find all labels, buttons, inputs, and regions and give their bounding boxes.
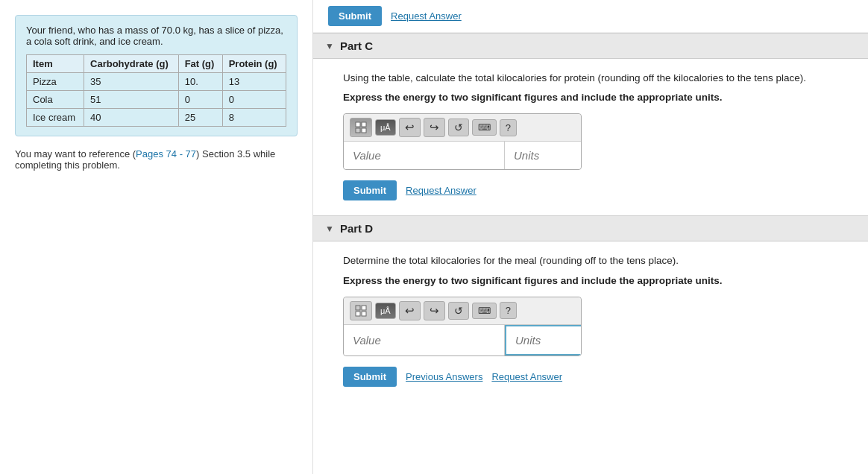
mu-icon: μÅ [380, 123, 391, 132]
part-d-inputs [344, 325, 581, 356]
part-d-grid-button[interactable] [350, 301, 372, 320]
part-d-label: Part D [340, 222, 373, 235]
part-d-value-input[interactable] [344, 325, 505, 356]
table-row: Pizza 35 10. 13 [27, 73, 286, 91]
part-d-units-input[interactable] [505, 325, 581, 356]
cell-pizza-carb: 35 [84, 73, 179, 91]
part-c-header[interactable]: ▼ Part C [313, 33, 868, 59]
svg-rect-0 [356, 122, 360, 127]
part-c-body: Using the table, calculate the total kil… [313, 59, 868, 215]
cell-ice-item: Ice cream [27, 109, 84, 127]
part-c-toolbar: μÅ ↩ ↪ ↺ ⌨ ? [344, 114, 581, 142]
top-request-answer-link[interactable]: Request Answer [391, 10, 462, 22]
part-d-header[interactable]: ▼ Part D [313, 215, 868, 241]
cell-cola-item: Cola [27, 91, 84, 109]
part-c-express: Express the energy to two significant fi… [343, 92, 853, 103]
part-d-request-link[interactable]: Request Answer [491, 371, 562, 382]
left-panel: Your friend, who has a mass of 70.0 kg, … [0, 0, 313, 474]
table-row: Ice cream 40 25 8 [27, 109, 286, 127]
top-submit-button[interactable]: Submit [328, 6, 382, 26]
part-c-question: Using the table, calculate the total kil… [343, 71, 853, 86]
table-row: Cola 51 0 0 [27, 91, 286, 109]
svg-rect-1 [362, 122, 366, 127]
part-d-answer-box: μÅ ↩ ↪ ↺ ⌨ ? [343, 297, 582, 356]
part-d-question: Determine the total kilocalories for the… [343, 253, 853, 268]
part-d-express: Express the energy to two significant fi… [343, 275, 853, 286]
ref-before: You may want to reference ( [15, 148, 136, 159]
right-panel: Submit Request Answer ▼ Part C Using the… [313, 0, 868, 474]
part-c-submit-button[interactable]: Submit [343, 180, 397, 200]
col-header-fat: Fat (g) [178, 55, 222, 73]
part-d-redo-button[interactable]: ↪ [424, 301, 445, 320]
info-box: Your friend, who has a mass of 70.0 kg, … [15, 15, 298, 136]
cell-ice-fat: 25 [178, 109, 222, 127]
part-c-keyboard-button[interactable]: ⌨ [472, 119, 497, 136]
part-c-undo-button[interactable]: ↩ [399, 118, 421, 137]
svg-rect-7 [362, 312, 366, 316]
col-header-item: Item [27, 55, 84, 73]
part-d-prev-answers-link[interactable]: Previous Answers [406, 371, 482, 382]
svg-rect-4 [356, 306, 360, 310]
part-d-action-row: Submit Previous Answers Request Answer [343, 367, 853, 387]
reference-link[interactable]: Pages 74 - 77 [136, 148, 196, 159]
part-c-refresh-button[interactable]: ↺ [448, 118, 469, 136]
part-c-redo-button[interactable]: ↪ [424, 118, 445, 137]
grid-icon [355, 305, 367, 317]
top-submit-area: Submit Request Answer [313, 0, 868, 33]
part-d-body: Determine the total kilocalories for the… [313, 241, 868, 401]
cell-ice-carb: 40 [84, 109, 179, 127]
part-c-answer-box: μÅ ↩ ↪ ↺ ⌨ ? [343, 113, 582, 170]
part-d-collapse-icon: ▼ [325, 224, 334, 234]
nutrition-table: Item Carbohydrate (g) Fat (g) Protein (g… [26, 54, 286, 127]
cell-cola-fat: 0 [178, 91, 222, 109]
part-d-keyboard-button[interactable]: ⌨ [472, 303, 497, 319]
part-d-section: ▼ Part D Determine the total kilocalorie… [313, 215, 868, 401]
part-c-value-input[interactable] [344, 142, 505, 169]
cell-pizza-fat: 10. [178, 73, 222, 91]
part-c-collapse-icon: ▼ [325, 41, 334, 51]
part-c-action-row: Submit Request Answer [343, 180, 853, 200]
part-c-help-button[interactable]: ? [500, 119, 517, 136]
cell-ice-protein: 8 [222, 109, 286, 127]
part-d-help-button[interactable]: ? [500, 302, 517, 319]
part-d-undo-button[interactable]: ↩ [399, 301, 421, 320]
cell-cola-carb: 51 [84, 91, 179, 109]
cell-cola-protein: 0 [222, 91, 286, 109]
part-c-label: Part C [340, 40, 373, 52]
part-c-inputs [344, 142, 581, 169]
part-d-toolbar: μÅ ↩ ↪ ↺ ⌨ ? [344, 297, 581, 325]
part-c-mu-button[interactable]: μÅ [375, 119, 396, 136]
mu-icon: μÅ [380, 306, 391, 315]
info-text: Your friend, who has a mass of 70.0 kg, … [26, 25, 283, 47]
svg-rect-3 [362, 128, 366, 133]
part-c-section: ▼ Part C Using the table, calculate the … [313, 33, 868, 215]
part-d-submit-button[interactable]: Submit [343, 367, 397, 387]
part-d-mu-button[interactable]: μÅ [375, 303, 396, 319]
reference-section: You may want to reference (Pages 74 - 77… [15, 148, 298, 171]
col-header-protein: Protein (g) [222, 55, 286, 73]
svg-rect-2 [356, 128, 360, 133]
grid-icon [355, 121, 367, 133]
part-c-grid-button[interactable] [350, 118, 372, 137]
part-c-request-link[interactable]: Request Answer [406, 185, 477, 196]
col-header-carb: Carbohydrate (g) [84, 55, 179, 73]
svg-rect-5 [362, 306, 366, 310]
cell-pizza-protein: 13 [222, 73, 286, 91]
cell-pizza-item: Pizza [27, 73, 84, 91]
part-d-refresh-button[interactable]: ↺ [448, 302, 469, 320]
svg-rect-6 [356, 312, 360, 316]
part-c-units-input[interactable] [505, 142, 581, 169]
